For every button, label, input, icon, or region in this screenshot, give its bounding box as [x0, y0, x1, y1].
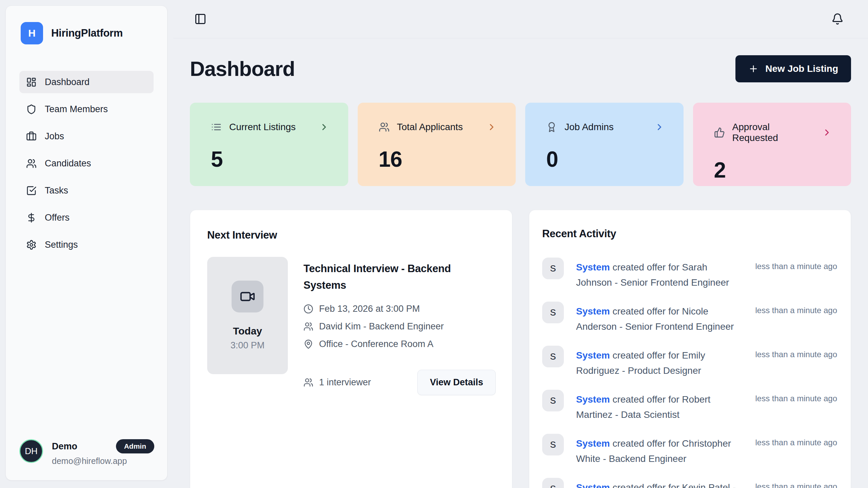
- activity-text: System created offer for Nicole Anderson…: [576, 302, 743, 334]
- activity-timestamp: less than a minute ago: [755, 478, 837, 488]
- stat-card-job-admins[interactable]: Job Admins 0: [525, 103, 684, 186]
- activity-timestamp: less than a minute ago: [755, 302, 837, 334]
- page-title: Dashboard: [190, 57, 295, 81]
- activity-item: S System created offer for Kevin Patel -…: [542, 478, 837, 488]
- page-head: Dashboard New Job Listing: [190, 55, 851, 82]
- sidebar-item-tasks[interactable]: Tasks: [19, 179, 154, 202]
- sidebar-item-dashboard[interactable]: Dashboard: [19, 71, 154, 93]
- activity-item: S System created offer for Emily Rodrigu…: [542, 346, 837, 378]
- activity-timestamp: less than a minute ago: [755, 346, 837, 378]
- sidebar-item-label: Offers: [45, 212, 70, 223]
- stat-value: 16: [379, 147, 497, 172]
- interview-location: Office - Conference Room A: [319, 339, 433, 349]
- activity-actor: System: [576, 482, 610, 488]
- sidebar-item-label: Jobs: [45, 131, 64, 142]
- stat-value: 5: [211, 147, 329, 172]
- sidebar-item-offers[interactable]: Offers: [19, 206, 154, 229]
- stats-row: Current Listings 5 Total Applicants 16: [190, 103, 851, 186]
- shield-icon: [26, 104, 37, 115]
- interview-time: 3:00 PM: [231, 340, 265, 351]
- activity-avatar: S: [542, 390, 564, 411]
- stat-card-approval-requested[interactable]: Approval Requested 2: [693, 103, 851, 186]
- activity-timestamp: less than a minute ago: [755, 434, 837, 466]
- sidebar-item-label: Tasks: [45, 185, 68, 196]
- sidebar-item-team-members[interactable]: Team Members: [19, 98, 154, 120]
- briefcase-icon: [26, 131, 37, 142]
- activity-item: S System created offer for Christopher W…: [542, 434, 837, 466]
- stat-label: Approval Requested: [732, 122, 815, 143]
- recent-activity-title: Recent Activity: [542, 228, 837, 240]
- sidebar-item-label: Candidates: [45, 158, 91, 169]
- sidebar-item-jobs[interactable]: Jobs: [19, 125, 154, 147]
- next-interview-title: Next Interview: [207, 229, 496, 241]
- sidebar-nav: Dashboard Team Members Jobs Candidates T…: [6, 71, 167, 256]
- chevron-right-icon: [654, 122, 665, 132]
- gear-icon: [26, 240, 37, 250]
- brand-logo-letter: H: [28, 27, 36, 39]
- avatar-initials: DH: [25, 446, 38, 456]
- sidebar-item-candidates[interactable]: Candidates: [19, 152, 154, 175]
- activity-actor: System: [576, 306, 610, 317]
- stat-label: Current Listings: [229, 122, 296, 133]
- stat-card-total-applicants[interactable]: Total Applicants 16: [358, 103, 516, 186]
- activity-avatar: S: [542, 478, 564, 488]
- interviewer-count: 1 interviewer: [319, 377, 371, 388]
- interview-datetime: Feb 13, 2026 at 3:00 PM: [319, 304, 420, 314]
- activity-item: S System created offer for Nicole Anders…: [542, 302, 837, 334]
- chevron-right-icon: [319, 122, 329, 132]
- activity-avatar: S: [542, 434, 564, 455]
- view-details-button[interactable]: View Details: [417, 370, 496, 395]
- stat-card-current-listings[interactable]: Current Listings 5: [190, 103, 348, 186]
- main-area: Dashboard New Job Listing Current Listin…: [173, 0, 868, 488]
- activity-actor: System: [576, 350, 610, 361]
- lower-grid: Next Interview Today 3:00 PM Technical I…: [190, 210, 851, 488]
- panel-left-icon: [194, 13, 206, 25]
- avatar: DH: [19, 439, 43, 463]
- users-icon: [379, 122, 390, 133]
- activity-timestamp: less than a minute ago: [755, 390, 837, 422]
- map-pin-icon: [303, 339, 313, 349]
- stat-label: Job Admins: [565, 122, 614, 133]
- sidebar-item-label: Team Members: [45, 104, 108, 115]
- activity-text: System created offer for Robert Martinez…: [576, 390, 743, 422]
- stat-value: 0: [546, 147, 665, 172]
- sidebar-item-settings[interactable]: Settings: [19, 233, 154, 256]
- activity-text: System created offer for Kevin Patel - D…: [576, 478, 743, 488]
- dollar-icon: [26, 212, 37, 223]
- activity-avatar: S: [542, 346, 564, 367]
- new-job-listing-label: New Job Listing: [765, 63, 838, 74]
- interview-day: Today: [233, 325, 262, 337]
- new-job-listing-button[interactable]: New Job Listing: [735, 55, 851, 82]
- interview-job-title: Technical Interview - Backend Systems: [303, 260, 473, 293]
- sidebar: H HiringPlatform Dashboard Team Members …: [5, 5, 167, 481]
- plus-icon: [748, 64, 758, 74]
- topbar: [173, 0, 868, 38]
- recent-activity-panel: Recent Activity S System created offer f…: [529, 210, 851, 488]
- user-name: Demo: [52, 441, 77, 452]
- activity-list: S System created offer for Sarah Johnson…: [542, 258, 837, 488]
- notifications-button[interactable]: [831, 13, 844, 25]
- interview-details: Technical Interview - Backend Systems Fe…: [303, 257, 496, 395]
- users-icon: [303, 322, 313, 331]
- award-icon: [546, 122, 557, 133]
- bell-icon: [831, 13, 844, 25]
- activity-text: System created offer for Sarah Johnson -…: [576, 258, 743, 290]
- sidebar-toggle-button[interactable]: [194, 13, 206, 25]
- video-camera-icon: [232, 281, 263, 312]
- sidebar-item-label: Dashboard: [45, 77, 90, 87]
- user-email: demo@hireflow.app: [52, 456, 154, 466]
- list-icon: [211, 122, 222, 133]
- stat-label: Total Applicants: [397, 122, 463, 133]
- brand: H HiringPlatform: [6, 6, 167, 44]
- thumbs-up-icon: [714, 127, 725, 138]
- content: Dashboard New Job Listing Current Listin…: [173, 38, 868, 488]
- activity-actor: System: [576, 394, 610, 405]
- next-interview-panel: Next Interview Today 3:00 PM Technical I…: [190, 210, 512, 488]
- user-box[interactable]: DH Demo Admin demo@hireflow.app: [19, 439, 154, 466]
- interviewer-count-row: 1 interviewer: [303, 377, 371, 388]
- sidebar-item-label: Settings: [45, 240, 78, 250]
- role-badge: Admin: [116, 439, 154, 453]
- activity-item: S System created offer for Robert Martin…: [542, 390, 837, 422]
- activity-actor: System: [576, 262, 610, 272]
- clock-icon: [303, 304, 313, 314]
